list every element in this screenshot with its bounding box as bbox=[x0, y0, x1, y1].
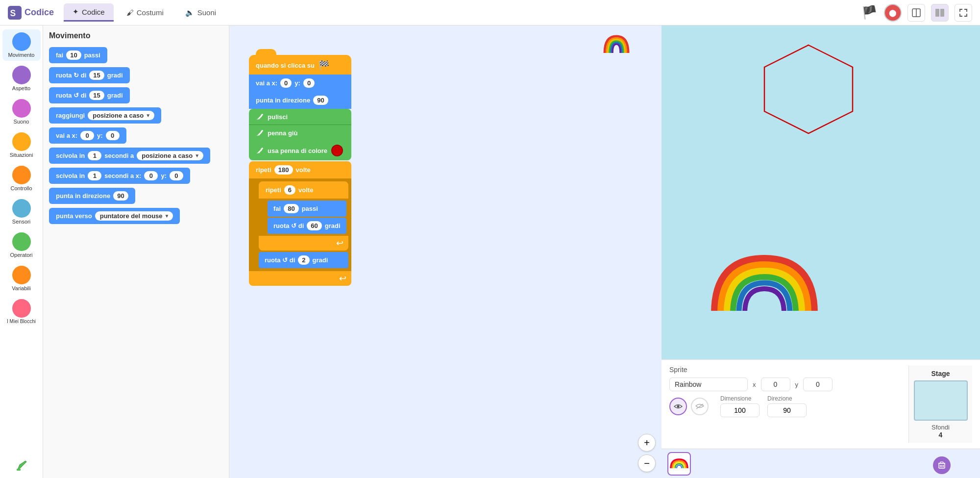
sfondi-label: Sfondi bbox=[931, 424, 950, 431]
script-block-group: quando si clicca su 🏁 vai a x: 0 y: 0 pu… bbox=[249, 55, 351, 286]
block-punta-direzione[interactable]: punta in direzione 90 bbox=[49, 188, 135, 204]
app-title: Codice bbox=[24, 7, 54, 18]
delete-sprite-button[interactable] bbox=[933, 456, 951, 474]
scratch-logo-icon: S bbox=[8, 6, 22, 20]
show-button[interactable] bbox=[669, 398, 687, 415]
block-pen-color: usa penna di colore bbox=[249, 141, 351, 160]
stop-button[interactable]: ⬤ bbox=[884, 4, 902, 22]
stage-canvas bbox=[662, 25, 980, 359]
block-vai-x-y: vai a x: 0 y: 0 bbox=[249, 75, 351, 92]
controllo-dot bbox=[12, 166, 31, 184]
block-hat-flag: quando si clicca su 🏁 bbox=[249, 55, 351, 75]
main-area: Movimento Aspetto Suono Situazioni Contr… bbox=[0, 25, 980, 478]
speaker-icon: 🔈 bbox=[185, 8, 195, 17]
situazioni-dot bbox=[12, 132, 31, 151]
sprite-thumbnail bbox=[601, 31, 632, 59]
tab-costumi[interactable]: 🖌 Costumi bbox=[118, 4, 172, 21]
block-raggiungi[interactable]: raggiungi posizione a caso bbox=[49, 107, 161, 124]
dimensione-group: Dimensione bbox=[720, 395, 760, 417]
aspetto-dot bbox=[12, 66, 31, 84]
sprite-selector bbox=[662, 449, 980, 478]
zoom-controls: + − bbox=[638, 434, 656, 472]
layout-split-button[interactable] bbox=[931, 4, 949, 22]
stage-thumbnail[interactable] bbox=[914, 380, 968, 421]
sprite-info-row: x y bbox=[669, 377, 908, 391]
variabili-dot bbox=[12, 266, 31, 284]
block-ruota-2: ruota ↺ di 2 gradi bbox=[259, 252, 348, 268]
layout-split-icon bbox=[935, 8, 945, 18]
sprite-name-input[interactable] bbox=[669, 377, 748, 391]
block-pulisci: pulisci bbox=[249, 109, 351, 125]
brush-icon: 🖌 bbox=[126, 8, 134, 17]
hexagon-sprite bbox=[755, 40, 862, 138]
dimensione-input[interactable] bbox=[720, 403, 760, 417]
block-repeat-180-body: ripeti 6 volte fai 80 passi bbox=[249, 178, 351, 271]
tab-suoni[interactable]: 🔈 Suoni bbox=[176, 4, 225, 21]
pen-color-icon bbox=[256, 147, 264, 154]
block-fai-80: fai 80 passi bbox=[268, 201, 346, 217]
block-repeat-6-header: ripeti 6 volte bbox=[259, 181, 348, 199]
direzione-label: Direzione bbox=[767, 395, 807, 402]
pen-color-swatch[interactable] bbox=[331, 145, 343, 156]
pen-icon bbox=[12, 456, 31, 475]
block-repeat-180: ripeti 180 volte ripeti 6 volte bbox=[249, 161, 351, 286]
svg-rect-11 bbox=[710, 311, 818, 318]
direzione-group: Direzione bbox=[767, 395, 807, 417]
block-fai-passi[interactable]: fai 10 passi bbox=[49, 47, 107, 63]
flag-icon: 🏁 bbox=[318, 60, 329, 71]
miei-blocchi-dot bbox=[12, 299, 31, 318]
sprite-section: Sprite x y bbox=[669, 366, 908, 443]
sidebar-item-movimento[interactable]: Movimento bbox=[2, 29, 41, 61]
pen-pencil-icon bbox=[256, 113, 264, 121]
sprite-section-label: Sprite bbox=[669, 366, 908, 374]
sidebar-item-variabili[interactable]: Variabili bbox=[2, 263, 41, 294]
tab-codice[interactable]: ✦ Codice bbox=[64, 3, 114, 22]
zoom-out-button[interactable]: − bbox=[638, 454, 656, 472]
block-scivola-pos[interactable]: scivola in 1 secondi a posizione a caso bbox=[49, 148, 210, 164]
category-sidebar: Movimento Aspetto Suono Situazioni Contr… bbox=[0, 25, 43, 478]
pen-down-icon bbox=[256, 129, 264, 137]
stage-label: Stage bbox=[931, 370, 950, 377]
sidebar-item-miei-blocchi[interactable]: I Miei Blocchi bbox=[2, 296, 41, 327]
layout-normal-icon bbox=[911, 8, 921, 18]
sidebar-item-pen[interactable] bbox=[2, 453, 41, 478]
movimento-dot bbox=[12, 32, 31, 51]
loop-arrow-outer: ↩ bbox=[249, 271, 351, 286]
block-repeat-6: ripeti 6 volte fai 80 passi bbox=[259, 181, 348, 251]
info-panel: Sprite x y bbox=[662, 359, 980, 449]
green-flag-button[interactable]: 🏴 bbox=[860, 4, 878, 22]
layout-normal-button[interactable] bbox=[907, 4, 925, 22]
sidebar-label-aspetto: Aspetto bbox=[12, 85, 30, 91]
sfondi-count: 4 bbox=[939, 431, 943, 439]
svg-marker-10 bbox=[764, 45, 853, 133]
direzione-input[interactable] bbox=[767, 403, 807, 417]
rainbow-sprite bbox=[710, 254, 818, 320]
stage-sidebar: Stage Sfondi 4 bbox=[908, 366, 972, 443]
block-vai-a-xy[interactable]: vai a x: 0 y: 0 bbox=[49, 127, 126, 144]
sprite-y-input[interactable] bbox=[803, 377, 833, 391]
sidebar-item-operatori[interactable]: Operatori bbox=[2, 229, 41, 261]
sprite-x-input[interactable] bbox=[761, 377, 790, 391]
svg-rect-5 bbox=[940, 9, 944, 17]
sidebar-item-suono[interactable]: Suono bbox=[2, 96, 41, 127]
block-punta-verso[interactable]: punta verso puntatore del mouse bbox=[49, 208, 180, 224]
sidebar-item-controllo[interactable]: Controllo bbox=[2, 163, 41, 194]
sprite-card-rainbow[interactable] bbox=[667, 452, 691, 476]
hide-button[interactable] bbox=[691, 398, 709, 415]
block-repeat-6-body: fai 80 passi ruota ↺ di 60 gradi bbox=[259, 199, 348, 236]
sidebar-item-aspetto[interactable]: Aspetto bbox=[2, 63, 41, 94]
sidebar-label-suono: Suono bbox=[14, 119, 29, 125]
sidebar-label-variabili: Variabili bbox=[12, 285, 30, 291]
layout-full-icon bbox=[958, 8, 968, 18]
block-ruota-ccw[interactable]: ruota ↺ di 15 gradi bbox=[49, 87, 130, 103]
sidebar-item-sensori[interactable]: Sensori bbox=[2, 196, 41, 227]
sidebar-item-situazioni[interactable]: Situazioni bbox=[2, 129, 41, 161]
block-scivola-xy[interactable]: scivola in 1 secondi a x: 0 y: 0 bbox=[49, 168, 190, 184]
blocks-panel-title: Movimento bbox=[49, 29, 223, 42]
sidebar-label-controllo: Controllo bbox=[10, 185, 32, 191]
dimensione-label: Dimensione bbox=[720, 395, 760, 402]
block-ruota-cw[interactable]: ruota ↻ di 15 gradi bbox=[49, 67, 130, 83]
script-area: quando si clicca su 🏁 vai a x: 0 y: 0 pu… bbox=[229, 25, 662, 478]
layout-full-button[interactable] bbox=[955, 4, 972, 22]
zoom-in-button[interactable]: + bbox=[638, 434, 656, 452]
